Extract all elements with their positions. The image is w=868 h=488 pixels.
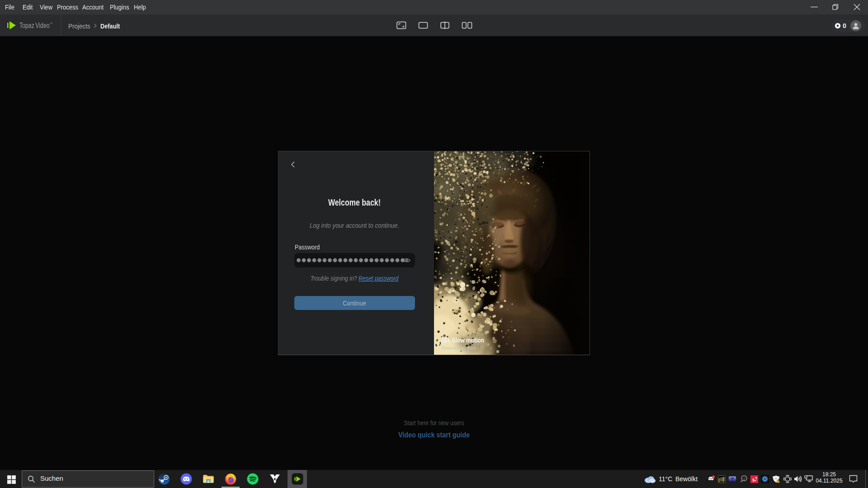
svg-text:!: ! <box>778 480 778 483</box>
svg-text:Powered by Aion: Powered by Aion <box>441 345 476 351</box>
svg-text:16x Slow motion: 16x Slow motion <box>441 336 484 344</box>
svg-text:a: a <box>753 478 755 481</box>
svg-text:i: i <box>744 476 745 481</box>
